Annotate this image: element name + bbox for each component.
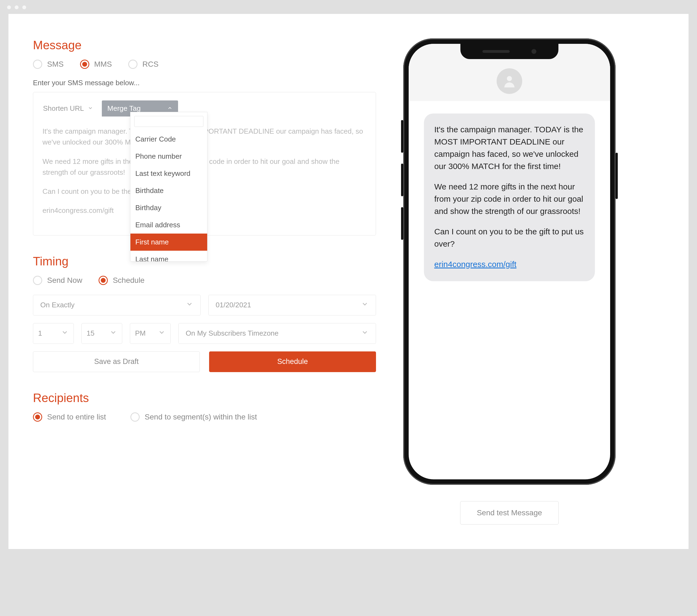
merge-tag-option[interactable]: Email address [130,216,207,234]
window-dot[interactable] [7,5,11,9]
camera-icon [532,49,536,54]
section-heading-recipients: Recipients [33,391,376,405]
radio-rcs[interactable]: RCS [128,60,159,69]
merge-tag-option[interactable]: First name [130,234,207,251]
window-dot[interactable] [15,5,18,9]
schedule-mode-value: On Exactly [40,301,75,309]
chevron-down-icon [361,329,369,338]
avatar [496,68,522,94]
schedule-button-label: Schedule [277,357,308,366]
schedule-date-select[interactable]: 01/20/2021 [208,295,376,315]
chevron-down-icon [158,329,165,338]
radio-rcs-label: RCS [143,60,159,69]
merge-tag-option[interactable]: Last name [130,251,207,261]
phone-screen: It's the campaign manager. TODAY is the … [409,44,610,479]
compose-hint: Enter your SMS message below... [33,79,376,87]
merge-tag-option[interactable]: Phone number [130,148,207,165]
app-content: Message SMS MMS RCS Enter your SMS messa… [8,14,689,549]
timing-buttons: Save as Draft Schedule [33,351,376,372]
merge-tag-option[interactable]: Birthday [130,199,207,216]
incoming-message-bubble: It's the campaign manager. TODAY is the … [424,114,595,281]
send-test-button[interactable]: Send test Message [460,501,559,525]
schedule-date-value: 01/20/2021 [216,301,251,309]
preview-line: It's the campaign manager. TODAY is the … [434,123,584,172]
send-test-label: Send test Message [477,509,542,517]
preview-line: We need 12 more gifts in the next hour f… [434,180,584,217]
radio-entire-list[interactable]: Send to entire list [33,412,106,422]
schedule-hour-select[interactable]: 1 [33,323,74,344]
save-draft-button[interactable]: Save as Draft [33,351,200,372]
chevron-down-icon [88,104,93,113]
chevron-up-icon [167,104,173,113]
shorten-url-dropdown[interactable]: Shorten URL [43,101,94,117]
chevron-down-icon [361,300,369,310]
shorten-url-label: Shorten URL [43,104,84,113]
radio-mms[interactable]: MMS [80,60,112,69]
timing-radio-group: Send Now Schedule [33,276,376,285]
window-controls [7,5,690,9]
radio-schedule-label: Schedule [113,276,145,285]
radio-sms[interactable]: SMS [33,60,64,69]
phone-frame: It's the campaign manager. TODAY is the … [403,39,616,485]
chevron-down-icon [61,329,69,338]
right-panel: It's the campaign manager. TODAY is the … [398,39,621,525]
phone-notch [460,44,559,59]
left-panel: Message SMS MMS RCS Enter your SMS messa… [33,39,376,422]
person-icon [502,74,517,89]
radio-segments[interactable]: Send to segment(s) within the list [130,412,257,422]
merge-tag-option[interactable]: Carrier Code [130,131,207,148]
schedule-mode-select[interactable]: On Exactly [33,295,201,315]
preview-link[interactable]: erin4congress.com/gift [434,260,517,269]
schedule-grid-row2: 1 15 PM On My Subscribers Timezone [33,323,376,344]
radio-entire-list-label: Send to entire list [47,413,106,421]
speaker-icon [483,50,510,53]
message-type-radio-group: SMS MMS RCS [33,60,376,69]
chevron-down-icon [109,329,117,338]
preview-line: Can I count on you to be the gift to put… [434,225,584,250]
compose-box: Shorten URL Merge Tag It's the campaign … [33,92,376,236]
svg-point-0 [507,76,512,81]
browser-chrome [0,0,697,14]
schedule-minute-value: 15 [87,329,94,337]
merge-tag-panel: Carrier CodePhone numberLast text keywor… [130,112,207,261]
radio-sms-label: SMS [47,60,64,69]
merge-tag-option[interactable]: Last text keyword [130,165,207,182]
radio-mms-label: MMS [94,60,112,69]
merge-tag-list: Carrier CodePhone numberLast text keywor… [130,131,207,261]
radio-send-now[interactable]: Send Now [33,276,82,285]
section-heading-message: Message [33,39,376,52]
chevron-down-icon [186,300,193,310]
window-dot[interactable] [22,5,26,9]
save-draft-label: Save as Draft [94,357,139,366]
message-thread: It's the campaign manager. TODAY is the … [409,101,610,294]
merge-tag-label: Merge Tag [107,104,140,113]
schedule-ampm-value: PM [135,329,146,337]
merge-tag-option[interactable]: Birthdate [130,182,207,199]
schedule-minute-select[interactable]: 15 [81,323,122,344]
schedule-ampm-select[interactable]: PM [130,323,171,344]
merge-tag-search[interactable] [134,116,203,127]
radio-segments-label: Send to segment(s) within the list [145,413,257,421]
schedule-tz-value: On My Subscribers Timezone [186,329,279,337]
radio-schedule[interactable]: Schedule [99,276,145,285]
radio-send-now-label: Send Now [47,276,82,285]
schedule-grid-row1: On Exactly 01/20/2021 [33,295,376,315]
recipients-radio-group: Send to entire list Send to segment(s) w… [33,412,376,422]
schedule-hour-value: 1 [38,329,42,337]
schedule-tz-select[interactable]: On My Subscribers Timezone [178,323,376,344]
schedule-button[interactable]: Schedule [209,351,376,372]
